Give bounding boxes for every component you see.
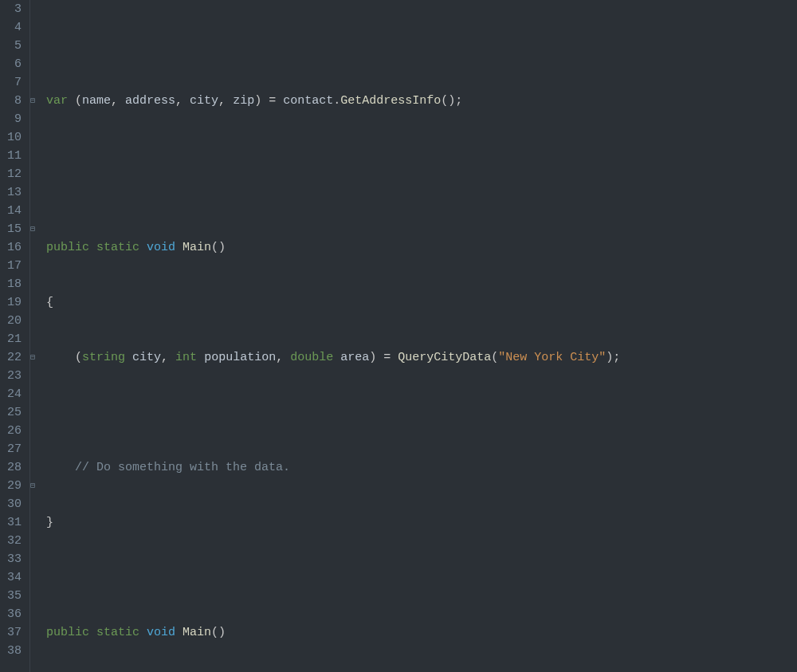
- keyword-public: public: [46, 241, 89, 254]
- comma: ,: [111, 94, 125, 108]
- fold-spacer: [30, 110, 41, 128]
- fold-spacer: [30, 495, 41, 513]
- fold-column[interactable]: ⊟⊟⊟⊟: [30, 0, 41, 672]
- identifier: zip: [233, 94, 254, 108]
- code-line[interactable]: public static void Main(): [46, 623, 620, 642]
- method-name: Main: [183, 626, 211, 639]
- type-int: int: [175, 351, 197, 364]
- line-number: 29: [5, 477, 22, 495]
- line-number: 10: [5, 128, 22, 147]
- string-literal: "New York City": [498, 351, 606, 364]
- fold-spacer: [30, 440, 41, 458]
- line-number: 27: [5, 440, 22, 458]
- code-line[interactable]: [46, 37, 620, 55]
- paren: (: [491, 351, 498, 364]
- line-number: 32: [5, 532, 22, 550]
- keyword-void: void: [147, 241, 175, 254]
- fold-spacer: [30, 312, 41, 330]
- line-number: 26: [5, 422, 22, 440]
- line-number-gutter: 3456789101112131415161718192021222324252…: [0, 0, 30, 672]
- identifier: city: [190, 94, 218, 108]
- line-number: 3: [5, 0, 22, 18]
- fold-spacer: [30, 238, 41, 257]
- line-number: 23: [5, 367, 22, 385]
- line-number: 19: [5, 293, 22, 312]
- fold-spacer: [30, 165, 41, 183]
- fold-spacer: [30, 183, 41, 202]
- keyword-var: var: [46, 94, 68, 108]
- line-number: 37: [5, 623, 22, 642]
- identifier: city: [132, 351, 161, 364]
- comma: ,: [161, 351, 175, 364]
- fold-spacer: [30, 275, 41, 293]
- paren-eq: ) =: [254, 94, 283, 108]
- line-number: 21: [5, 330, 22, 348]
- identifier: contact: [283, 94, 333, 108]
- paren: );: [606, 351, 620, 364]
- identifier: area: [340, 351, 369, 364]
- type-string: string: [82, 351, 125, 364]
- code-line[interactable]: [46, 568, 620, 587]
- code-line[interactable]: (string city, int population, double are…: [46, 348, 620, 367]
- line-number: 15: [5, 220, 22, 238]
- paren: (: [75, 351, 82, 364]
- fold-spacer: [30, 367, 41, 385]
- keyword-public: public: [46, 626, 89, 639]
- paren-eq: ) =: [369, 351, 398, 364]
- fold-spacer: [30, 623, 41, 642]
- code-line[interactable]: {: [46, 293, 620, 312]
- fold-toggle-icon[interactable]: ⊟: [30, 220, 41, 238]
- paren: (: [68, 94, 82, 108]
- paren: ();: [441, 94, 462, 108]
- comma: ,: [276, 351, 290, 364]
- fold-spacer: [30, 147, 41, 165]
- code-line[interactable]: // Do something with the data.: [46, 458, 620, 477]
- line-number: 13: [5, 183, 22, 202]
- line-number: 16: [5, 238, 22, 257]
- line-number: 9: [5, 110, 22, 128]
- line-number: 34: [5, 568, 22, 587]
- line-number: 35: [5, 587, 22, 605]
- code-area[interactable]: var (name, address, city, zip) = contact…: [41, 0, 620, 672]
- fold-spacer: [30, 37, 41, 55]
- code-line[interactable]: public static void Main(): [46, 238, 620, 257]
- fold-spacer: [30, 330, 41, 348]
- fold-spacer: [30, 403, 41, 422]
- line-number: 17: [5, 257, 22, 275]
- line-number: 8: [5, 92, 22, 110]
- fold-spacer: [30, 257, 41, 275]
- paren: (): [211, 241, 226, 254]
- line-number: 24: [5, 385, 22, 403]
- brace-close: }: [46, 516, 53, 529]
- fold-spacer: [30, 532, 41, 550]
- line-number: 12: [5, 165, 22, 183]
- identifier: name: [82, 94, 111, 108]
- comment: // Do something with the data.: [75, 461, 290, 474]
- code-line[interactable]: var (name, address, city, zip) = contact…: [46, 92, 620, 110]
- code-line[interactable]: [46, 183, 620, 202]
- fold-spacer: [30, 128, 41, 147]
- code-line[interactable]: [46, 147, 620, 165]
- fold-toggle-icon[interactable]: ⊟: [30, 477, 41, 495]
- fold-spacer: [30, 568, 41, 587]
- keyword-static: static: [96, 626, 139, 639]
- paren: (): [211, 626, 226, 639]
- keyword-void: void: [147, 626, 175, 639]
- code-line[interactable]: }: [46, 513, 620, 532]
- fold-spacer: [30, 73, 41, 92]
- code-editor[interactable]: 3456789101112131415161718192021222324252…: [0, 0, 797, 672]
- method-name: Main: [183, 241, 211, 254]
- line-number: 31: [5, 513, 22, 532]
- line-number: 33: [5, 550, 22, 568]
- line-number: 4: [5, 18, 22, 37]
- fold-toggle-icon[interactable]: ⊟: [30, 92, 41, 110]
- code-line[interactable]: [46, 403, 620, 422]
- fold-spacer: [30, 202, 41, 220]
- line-number: 14: [5, 202, 22, 220]
- line-number: 30: [5, 495, 22, 513]
- fold-spacer: [30, 0, 41, 18]
- fold-toggle-icon[interactable]: ⊟: [30, 348, 41, 367]
- comma: ,: [218, 94, 233, 108]
- keyword-static: static: [96, 241, 139, 254]
- line-number: 7: [5, 73, 22, 92]
